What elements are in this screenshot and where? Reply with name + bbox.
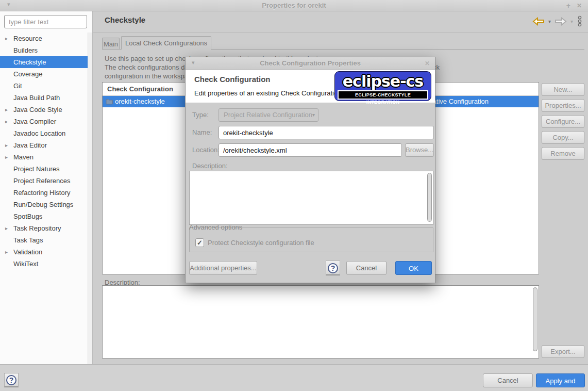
expander-icon[interactable]: ▸ xyxy=(5,151,8,163)
sidebar-item-label: Builders xyxy=(13,46,38,54)
name-label: Name: xyxy=(192,126,212,139)
location-label: Location: xyxy=(192,143,220,157)
sidebar-item-javadoc-location[interactable]: Javadoc Location xyxy=(0,127,88,139)
nav-toolbar: ▾ ▾ xyxy=(532,15,583,27)
type-select[interactable]: Project Relative Configuration ▾ xyxy=(219,108,318,122)
page-description-line3: configuration in the workspace. xyxy=(105,72,197,80)
check-configuration-properties-dialog: ▾ Check Configuration Properties ✕ Check… xyxy=(185,57,435,283)
additional-properties-button[interactable]: Additional properties... xyxy=(189,261,257,275)
cancel-button[interactable]: Cancel xyxy=(483,373,533,387)
back-icon[interactable] xyxy=(532,17,545,26)
sidebar-item-java-editor[interactable]: ▸Java Editor xyxy=(0,139,88,151)
sidebar-item-validation[interactable]: ▸Validation xyxy=(0,246,88,258)
sidebar-item-spotbugs[interactable]: SpotBugs xyxy=(0,210,88,222)
location-field[interactable] xyxy=(219,143,402,157)
type-select-value: Project Relative Configuration xyxy=(224,111,312,119)
sidebar-item-label: SpotBugs xyxy=(13,213,42,220)
sidebar-item-label: Java Compiler xyxy=(13,118,56,125)
description-scrollbar[interactable] xyxy=(533,287,537,351)
sidebar-item-label: Java Editor xyxy=(13,141,47,149)
copy-button[interactable]: Copy... xyxy=(542,131,584,144)
folder-icon xyxy=(106,99,113,105)
type-label: Type: xyxy=(192,108,209,122)
dialog-cancel-button[interactable]: Cancel xyxy=(346,261,387,275)
sidebar-item-task-repository[interactable]: ▸Task Repository xyxy=(0,222,88,234)
sidebar-item-label: Java Code Style xyxy=(13,106,62,113)
window-titlebar: ▾ Properties for orekit + ✕ xyxy=(0,0,588,11)
tab-local-check-configurations[interactable]: Local Check Configurations xyxy=(121,36,211,50)
logo-text: eclipse-cs xyxy=(335,72,431,90)
sidebar-scrollbar[interactable] xyxy=(88,32,92,364)
dialog-help-button[interactable]: ? xyxy=(326,260,340,275)
sidebar-item-resource[interactable]: ▸Resource xyxy=(0,32,88,44)
sidebar-item-project-references[interactable]: Project References xyxy=(0,175,88,187)
sidebar-item-project-natures[interactable]: Project Natures xyxy=(0,163,88,175)
view-menu-icon[interactable] xyxy=(577,15,583,27)
export-button[interactable]: Export... xyxy=(542,345,584,358)
sidebar-item-label: Resource xyxy=(13,35,42,42)
sidebar-item-label: WikiText xyxy=(13,260,38,268)
sidebar-item-git[interactable]: Git xyxy=(0,80,88,92)
sidebar-item-coverage[interactable]: Coverage xyxy=(0,68,88,80)
header-separator xyxy=(93,32,588,32)
sidebar-item-checkstyle[interactable]: Checkstyle xyxy=(0,56,88,68)
protect-config-checkbox[interactable]: ✓ xyxy=(195,238,204,247)
help-icon: ? xyxy=(6,375,16,385)
name-field[interactable] xyxy=(219,126,434,139)
sidebar-item-label: Coverage xyxy=(13,70,42,78)
protect-config-label: Protect Checkstyle configuration file xyxy=(208,239,314,247)
sidebar-item-label: Git xyxy=(13,82,22,90)
sidebar-item-java-compiler[interactable]: ▸Java Compiler xyxy=(0,116,88,127)
back-history-dropdown-icon[interactable]: ▾ xyxy=(548,19,551,24)
dialog-description-scrollbar[interactable] xyxy=(427,173,432,222)
sidebar-item-label: Maven xyxy=(13,153,33,161)
forward-history-dropdown-icon[interactable]: ▾ xyxy=(570,19,573,24)
description-textarea[interactable] xyxy=(102,285,539,359)
sidebar-item-java-build-path[interactable]: Java Build Path xyxy=(0,92,88,104)
tab-main[interactable]: Main xyxy=(102,38,120,50)
sidebar-item-label: Javadoc Location xyxy=(13,129,65,137)
sidebar-item-label: Java Build Path xyxy=(13,94,60,102)
forward-icon[interactable] xyxy=(555,17,567,26)
window-title: Properties for orekit xyxy=(0,2,588,9)
browse-button[interactable]: Browse... xyxy=(405,143,434,157)
dialog-ok-button[interactable]: OK xyxy=(395,261,432,275)
expander-icon[interactable]: ▸ xyxy=(5,222,8,234)
help-button[interactable]: ? xyxy=(4,373,19,387)
maximize-icon[interactable]: + xyxy=(566,2,570,10)
dialog-close-icon[interactable]: ✕ xyxy=(425,60,430,67)
expander-icon[interactable]: ▸ xyxy=(5,104,8,116)
sidebar-item-builders[interactable]: Builders xyxy=(0,44,88,56)
dialog-description-textarea[interactable] xyxy=(189,171,433,225)
sidebar-item-wikitext[interactable]: WikiText xyxy=(0,258,88,270)
eclipse-cs-logo: eclipse-cs ECLIPSE-CHECKSTYLE INTEGRATIO… xyxy=(334,71,431,101)
properties-button[interactable]: Properties... xyxy=(542,99,584,112)
sidebar-item-label: Project Natures xyxy=(13,165,60,173)
sidebar-item-label: Refactoring History xyxy=(13,189,71,197)
filter-input[interactable] xyxy=(4,15,87,28)
remove-button[interactable]: Remove xyxy=(542,147,584,160)
close-icon[interactable]: ✕ xyxy=(577,2,582,9)
page-title: Checkstyle xyxy=(105,15,145,24)
sidebar-item-task-tags[interactable]: Task Tags xyxy=(0,234,88,246)
sidebar-item-run-debug-settings[interactable]: Run/Debug Settings xyxy=(0,199,88,210)
chevron-down-icon: ▾ xyxy=(312,109,315,121)
sidebar-item-label: Task Tags xyxy=(13,236,43,244)
preferences-sidebar: ▸Resource Builders Checkstyle Coverage G… xyxy=(0,11,93,364)
new-button[interactable]: New... xyxy=(542,83,584,96)
footer-bar: ? Cancel Apply and Close xyxy=(0,364,588,391)
sidebar-item-java-code-style[interactable]: ▸Java Code Style xyxy=(0,104,88,116)
dialog-titlebar: ▾ Check Configuration Properties ✕ xyxy=(186,57,435,70)
expander-icon[interactable]: ▸ xyxy=(5,246,8,258)
dialog-title: Check Configuration Properties xyxy=(186,59,435,67)
expander-icon[interactable]: ▸ xyxy=(5,139,8,151)
sidebar-item-refactoring-history[interactable]: Refactoring History xyxy=(0,187,88,199)
expander-icon[interactable]: ▸ xyxy=(5,116,8,127)
preferences-tree: ▸Resource Builders Checkstyle Coverage G… xyxy=(0,32,88,270)
sidebar-item-label: Project References xyxy=(13,177,71,185)
configure-button[interactable]: Configure... xyxy=(542,115,584,128)
sidebar-item-maven[interactable]: ▸Maven xyxy=(0,151,88,163)
sidebar-item-label: Validation xyxy=(13,248,42,256)
expander-icon[interactable]: ▸ xyxy=(5,32,8,44)
apply-and-close-button[interactable]: Apply and Close xyxy=(536,373,585,387)
